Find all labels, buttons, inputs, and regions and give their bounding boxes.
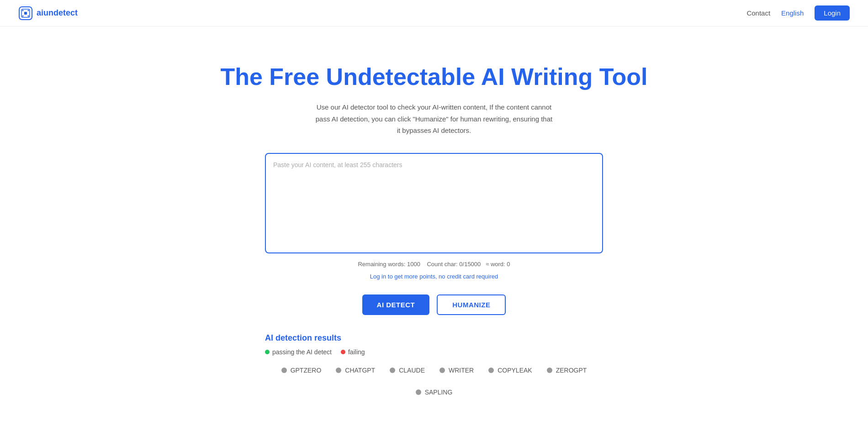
detector-dot-writer bbox=[439, 368, 445, 373]
detector-item: CLAUDE bbox=[390, 367, 425, 374]
detector-dot-claude bbox=[390, 368, 395, 373]
detector-label-gptzero: GPTZERO bbox=[291, 367, 322, 374]
detector-label-chatgpt: CHATGPT bbox=[345, 367, 375, 374]
detector-dot-chatgpt bbox=[336, 368, 341, 373]
detector-item: SAPLING bbox=[416, 389, 453, 396]
svg-point-2 bbox=[22, 10, 24, 11]
humanize-button[interactable]: HUMANIZE bbox=[437, 294, 506, 315]
detector-label-zerogpt: ZEROGPT bbox=[556, 367, 587, 374]
remaining-words-value: 1000 bbox=[407, 261, 420, 268]
passing-dot bbox=[265, 350, 270, 354]
hero-title: The Free Undetectable AI Writing Tool bbox=[220, 63, 647, 90]
passing-label: passing the AI detect bbox=[272, 348, 332, 356]
svg-rect-6 bbox=[24, 12, 27, 15]
approx-value: 0 bbox=[507, 261, 510, 268]
remaining-words-label: Remaining words: bbox=[358, 261, 405, 268]
detector-item: COPYLEAK bbox=[488, 367, 532, 374]
main-content: The Free Undetectable AI Writing Tool Us… bbox=[0, 26, 868, 396]
header: aiundetect Contact English Login bbox=[0, 0, 868, 26]
detector-item: ZEROGPT bbox=[547, 367, 587, 374]
svg-point-3 bbox=[28, 10, 29, 11]
logo-area: aiundetect bbox=[18, 6, 78, 21]
approx-label: ≈ word: bbox=[486, 261, 505, 268]
detector-label-writer: WRITER bbox=[449, 367, 474, 374]
detector-item: CHATGPT bbox=[336, 367, 375, 374]
header-nav: Contact English Login bbox=[746, 5, 850, 21]
failing-label: failing bbox=[348, 348, 365, 356]
ai-detect-button[interactable]: AI DETECT bbox=[362, 294, 430, 315]
failing-dot bbox=[341, 350, 345, 354]
detector-item: GPTZERO bbox=[281, 367, 322, 374]
hero-subtitle: Use our AI detector tool to check your A… bbox=[315, 101, 553, 137]
detector-dot-sapling bbox=[416, 389, 421, 395]
detection-results: AI detection results passing the AI dete… bbox=[265, 333, 603, 396]
detector-label-claude: CLAUDE bbox=[399, 367, 425, 374]
detector-list: GPTZEROCHATGPTCLAUDEWRITERCOPYLEAKZEROGP… bbox=[265, 367, 603, 396]
detection-results-title: AI detection results bbox=[265, 333, 603, 343]
stats-bar: Remaining words: 1000 Count char: 0/1500… bbox=[358, 261, 510, 268]
contact-link[interactable]: Contact bbox=[746, 9, 770, 17]
language-selector[interactable]: English bbox=[781, 9, 804, 17]
legend-failing: failing bbox=[341, 348, 365, 356]
detector-label-copyleak: COPYLEAK bbox=[498, 367, 532, 374]
textarea-wrapper bbox=[265, 153, 603, 253]
detector-item: WRITER bbox=[439, 367, 474, 374]
count-char-value: 0/15000 bbox=[459, 261, 481, 268]
count-char-label: Count char: bbox=[427, 261, 457, 268]
detector-dot-copyleak bbox=[488, 368, 494, 373]
detector-dot-gptzero bbox=[281, 368, 287, 373]
svg-point-4 bbox=[22, 15, 24, 16]
detector-dot-zerogpt bbox=[547, 368, 552, 373]
logo-icon bbox=[18, 6, 33, 21]
login-hint[interactable]: Log in to get more points, no credit car… bbox=[370, 273, 498, 280]
login-button[interactable]: Login bbox=[815, 5, 850, 21]
action-buttons: AI DETECT HUMANIZE bbox=[362, 294, 506, 315]
logo-text: aiundetect bbox=[37, 8, 78, 18]
content-input[interactable] bbox=[273, 161, 595, 243]
detector-label-sapling: SAPLING bbox=[425, 389, 453, 396]
legend-passing: passing the AI detect bbox=[265, 348, 332, 356]
svg-point-5 bbox=[28, 15, 29, 16]
detection-legend: passing the AI detect failing bbox=[265, 348, 603, 356]
